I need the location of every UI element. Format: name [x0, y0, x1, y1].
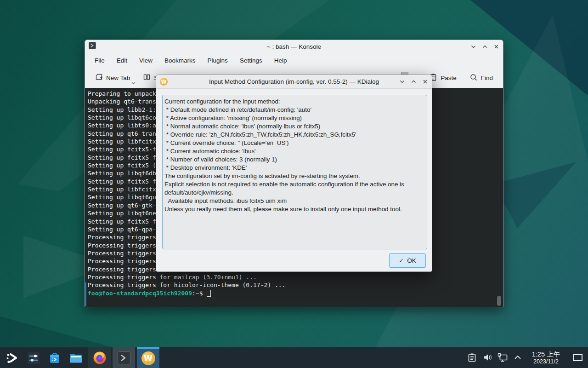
terminal-line: Processing triggers for mailcap (3.70+nm…: [88, 273, 503, 281]
konsole-menubar: File Edit View Bookmarks Plugins Setting…: [85, 53, 503, 68]
dialog-message-line: * Number of valid choices: 3 (normally 1…: [164, 155, 425, 164]
menu-plugins[interactable]: Plugins: [202, 55, 234, 66]
kdialog-close-button[interactable]: [422, 79, 428, 85]
terminal-line: Processing triggers for hicolor-icon-the…: [88, 281, 503, 289]
dialog-message-line: * Current override choice: '' (Locale='e…: [164, 139, 425, 147]
prompt-user-host: foo@foo-standardpcq35ich92009: [88, 289, 192, 297]
dialog-message-line: * Active configuration: 'missing' (norma…: [164, 114, 425, 122]
show-desktop-button[interactable]: [571, 351, 584, 364]
dialog-message-line: * Override rule: 'zh_CN,fcitx5:zh_TW,fci…: [164, 131, 425, 139]
system-settings-icon: [27, 351, 40, 365]
paste-label: Paste: [441, 75, 457, 81]
find-label: Find: [481, 75, 493, 81]
kdialog-titlebar[interactable]: W Input Method Configuration (im-config,…: [156, 75, 432, 89]
system-settings-button[interactable]: [23, 347, 44, 368]
digital-clock[interactable]: 1:25 上午 2023/11/2: [532, 351, 560, 365]
kdialog-maximize-button[interactable]: [410, 79, 417, 85]
menu-bookmarks[interactable]: Bookmarks: [158, 55, 202, 66]
dialog-message-line: default/auto/cjkv/missing.: [164, 189, 425, 197]
menu-view[interactable]: View: [133, 55, 158, 66]
terminal-scrollbar-thumb[interactable]: [497, 296, 501, 306]
tray-expander-chevron-up-icon[interactable]: [512, 351, 523, 364]
dialog-message-line: * Normal automatic choice: 'ibus' (norma…: [164, 122, 425, 131]
kdialog-body: Current configuration for the input meth…: [156, 89, 432, 272]
new-tab-button[interactable]: New Tab: [91, 70, 134, 85]
ok-button[interactable]: ✓ OK: [389, 253, 426, 268]
terminal-prompt: foo@foo-standardpcq35ich92009:~$: [88, 289, 503, 297]
terminal-cursor: [207, 290, 211, 297]
dialog-message-line: * Default mode defined in /etc/default/i…: [164, 106, 425, 114]
konsole-close-button[interactable]: [493, 43, 499, 50]
clock-time: 1:25 上午: [532, 351, 560, 358]
prompt-colon: :: [192, 289, 196, 297]
konsole-minimize-button[interactable]: [470, 43, 476, 50]
split-view-icon: [143, 73, 151, 82]
task-kdialog[interactable]: W: [137, 347, 159, 368]
system-tray: 1:25 上午 2023/11/2: [467, 351, 584, 365]
taskbar: W 1:25 上午 2023/11/2: [0, 347, 588, 368]
dolphin-file-manager-button[interactable]: [65, 347, 86, 368]
clock-date: 2023/11/2: [532, 358, 560, 365]
dialog-message-line: The configuration set by im-config is ac…: [164, 172, 425, 180]
chevron-down-icon: [131, 79, 136, 86]
kde-launcher-icon: [6, 351, 19, 365]
ok-button-label: OK: [407, 257, 416, 264]
prompt-path: ~: [196, 289, 199, 297]
menu-help[interactable]: Help: [268, 55, 293, 66]
kdialog-task-icon: W: [141, 351, 155, 365]
task-firefox[interactable]: [88, 347, 111, 368]
konsole-maximize-button[interactable]: [481, 43, 488, 50]
new-tab-label: New Tab: [106, 75, 130, 81]
search-icon: [469, 73, 478, 83]
new-output-indicator: [85, 282, 86, 306]
menu-edit[interactable]: Edit: [111, 55, 133, 66]
network-tray-icon[interactable]: [497, 351, 508, 364]
show-desktop-icon: [573, 354, 583, 362]
kdialog-app-icon: W: [160, 78, 168, 86]
discover-button[interactable]: [44, 347, 65, 368]
prompt-dollar: $: [199, 289, 203, 297]
dialog-message-line: Explicit selection is not required to en…: [164, 180, 425, 189]
kdialog-window-title: Input Method Configuration (im-config, v…: [156, 78, 432, 85]
konsole-titlebar[interactable]: ~ : bash — Konsole: [85, 40, 503, 53]
menu-settings[interactable]: Settings: [234, 55, 268, 66]
dialog-message-line: * Desktop environment: 'KDE': [164, 164, 425, 172]
konsole-icon: [117, 351, 131, 365]
folder-icon: [68, 351, 83, 365]
dialog-message-line: * Current automatic choice: 'ibus': [164, 147, 425, 155]
dialog-message-line: Unless you really need them all, please …: [164, 205, 425, 213]
menu-file[interactable]: File: [89, 55, 111, 66]
discover-icon: [48, 351, 62, 365]
dialog-message-box[interactable]: Current configuration for the input meth…: [162, 95, 427, 249]
app-launcher-button[interactable]: [2, 347, 23, 368]
kdialog-window: W Input Method Configuration (im-config,…: [156, 75, 432, 272]
check-icon: ✓: [399, 257, 404, 264]
desktop: ~ : bash — Konsole File Edit View Bookma…: [0, 0, 588, 368]
new-tab-icon: [95, 73, 103, 82]
firefox-icon: [92, 351, 107, 365]
kdialog-minimize-button[interactable]: [399, 79, 405, 85]
task-konsole[interactable]: [113, 347, 135, 368]
konsole-window-title: ~ : bash — Konsole: [85, 43, 503, 50]
dialog-message-line: Available input methods: ibus fcitx5 uim…: [164, 197, 425, 205]
volume-tray-icon[interactable]: [482, 351, 493, 364]
clipboard-tray-icon[interactable]: [467, 351, 478, 364]
find-button[interactable]: Find: [466, 70, 497, 86]
dialog-message-line: Current configuration for the input meth…: [164, 98, 425, 106]
